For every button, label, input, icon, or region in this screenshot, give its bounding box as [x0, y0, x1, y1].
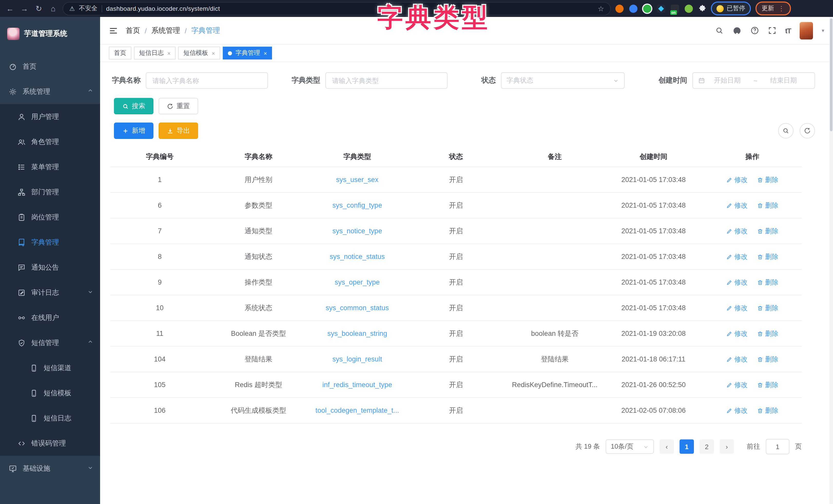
date-range-picker[interactable]: 开始日期 ~ 结束日期 — [692, 72, 815, 89]
prev-page-button[interactable]: ‹ — [660, 439, 674, 454]
reload-icon[interactable]: ↻ — [34, 4, 44, 13]
row-type[interactable]: tool_codegen_template_t... — [308, 398, 407, 423]
extension-green-check[interactable] — [643, 4, 651, 12]
browser-menu-icon[interactable]: ⋮ — [778, 5, 785, 12]
sidebar-item-dict-management[interactable]: 字典管理 — [0, 230, 100, 255]
delete-link[interactable]: 删除 — [757, 201, 779, 210]
close-tab-icon[interactable]: × — [264, 50, 267, 56]
sidebar-item-sms-channel[interactable]: 短信渠道 — [0, 355, 100, 380]
user-avatar[interactable] — [800, 22, 813, 39]
sidebar-item-sms-template[interactable]: 短信模板 — [0, 380, 100, 406]
goto-page-input[interactable] — [766, 439, 789, 454]
sidebar-item-error-code[interactable]: 错误码管理 — [0, 431, 100, 456]
close-tab-icon[interactable]: × — [167, 50, 171, 56]
reset-button[interactable]: 重置 — [159, 98, 198, 114]
delete-link[interactable]: 删除 — [757, 175, 779, 184]
dict-name-input[interactable] — [146, 72, 268, 89]
page-size-select[interactable]: 10条/页 — [605, 439, 654, 454]
sidebar-item-user-management[interactable]: 用户管理 — [0, 104, 100, 129]
extension-orange[interactable] — [615, 4, 624, 12]
row-type[interactable]: sys_common_status — [308, 295, 407, 321]
sidebar-item-audit-log[interactable]: 审计日志 — [0, 280, 100, 305]
edit-link[interactable]: 修改 — [726, 355, 748, 364]
delete-link[interactable]: 删除 — [757, 380, 779, 389]
extension-lime[interactable] — [685, 4, 693, 12]
edit-link[interactable]: 修改 — [726, 329, 748, 338]
extension-blue-gem[interactable] — [629, 4, 638, 12]
update-button[interactable]: 更新 ⋮ — [756, 2, 791, 16]
search-button[interactable]: 搜索 — [114, 98, 153, 114]
row-type[interactable]: sys_config_type — [308, 193, 407, 218]
address-bar[interactable]: ⚠ 不安全 dashboard.yudao.iocoder.cn/system/… — [63, 2, 611, 15]
breadcrumb-home[interactable]: 首页 — [126, 26, 140, 35]
row-type[interactable]: sys_login_result — [308, 346, 407, 372]
delete-link[interactable]: 删除 — [757, 303, 779, 312]
export-button[interactable]: 导出 — [159, 123, 198, 139]
extension-dark-on[interactable]: on — [671, 4, 679, 12]
status-select[interactable]: 字典状态 — [501, 72, 625, 89]
forward-icon[interactable]: → — [20, 4, 29, 13]
tab-短信模板[interactable]: 短信模板× — [178, 47, 220, 59]
avatar-dropdown-caret-icon[interactable]: ▾ — [822, 28, 824, 33]
edit-link[interactable]: 修改 — [726, 175, 748, 184]
font-size-icon[interactable]: tT — [785, 26, 791, 34]
table-refresh-icon[interactable] — [800, 123, 815, 138]
scrollbar-thumb[interactable] — [830, 19, 832, 131]
delete-link[interactable]: 删除 — [757, 278, 779, 287]
tab-短信日志[interactable]: 短信日志× — [134, 47, 176, 59]
sidebar-item-post-management[interactable]: 岗位管理 — [0, 205, 100, 230]
extension-puzzle[interactable] — [698, 5, 706, 12]
edit-link[interactable]: 修改 — [726, 380, 748, 389]
sidebar-item-notice[interactable]: 通知公告 — [0, 255, 100, 280]
hamburger-icon[interactable] — [109, 26, 118, 35]
logo-row[interactable]: 芋道管理系统 — [0, 17, 100, 46]
row-type[interactable]: sys_user_sex — [308, 167, 407, 193]
page-button-2[interactable]: 2 — [699, 439, 714, 454]
paused-extension-button[interactable]: 已暂停 — [711, 2, 751, 16]
close-tab-icon[interactable]: × — [212, 50, 215, 56]
delete-link[interactable]: 删除 — [757, 252, 779, 261]
breadcrumb-current[interactable]: 字典管理 — [191, 26, 220, 35]
breadcrumb-system[interactable]: 系统管理 — [151, 26, 180, 35]
sidebar-item-online-user[interactable]: 在线用户 — [0, 305, 100, 330]
edit-link[interactable]: 修改 — [726, 303, 748, 312]
delete-link[interactable]: 删除 — [757, 406, 779, 415]
fullscreen-icon[interactable] — [768, 26, 777, 35]
next-page-button[interactable]: › — [719, 439, 734, 454]
help-icon[interactable] — [751, 26, 759, 35]
sidebar-item-infrastructure[interactable]: 基础设施 — [0, 456, 100, 481]
dict-type-input[interactable] — [326, 72, 448, 89]
edit-link[interactable]: 修改 — [726, 226, 748, 235]
table-search-toggle-icon[interactable] — [778, 123, 793, 138]
sidebar-item-system-management[interactable]: 系统管理 — [0, 79, 100, 104]
sidebar-item-role-management[interactable]: 角色管理 — [0, 129, 100, 154]
delete-link[interactable]: 删除 — [757, 226, 779, 235]
sidebar-item-home[interactable]: 首页 — [0, 54, 100, 79]
edit-link[interactable]: 修改 — [726, 278, 748, 287]
sidebar-item-dept-management[interactable]: 部门管理 — [0, 179, 100, 205]
edit-link[interactable]: 修改 — [726, 201, 748, 210]
row-type[interactable]: sys_oper_type — [308, 270, 407, 295]
home-icon[interactable]: ⌂ — [48, 4, 58, 13]
row-type[interactable]: sys_boolean_string — [308, 321, 407, 346]
tab-字典管理[interactable]: 字典管理× — [223, 47, 272, 59]
back-icon[interactable]: ← — [5, 4, 15, 13]
extension-teal-diamond[interactable] — [657, 4, 665, 12]
row-type[interactable]: sys_notice_status — [308, 244, 407, 270]
tab-home[interactable]: 首页 — [109, 47, 132, 59]
sidebar-item-sms-management[interactable]: 短信管理 — [0, 330, 100, 355]
sidebar-item-menu-management[interactable]: 菜单管理 — [0, 154, 100, 179]
search-icon[interactable] — [715, 26, 724, 35]
scrollbar[interactable] — [829, 17, 833, 504]
edit-link[interactable]: 修改 — [726, 252, 748, 261]
page-button-1[interactable]: 1 — [680, 439, 694, 454]
row-type[interactable]: sys_notice_type — [308, 218, 407, 244]
delete-link[interactable]: 删除 — [757, 329, 779, 338]
delete-link[interactable]: 删除 — [757, 355, 779, 364]
row-type[interactable]: inf_redis_timeout_type — [308, 372, 407, 398]
edit-link[interactable]: 修改 — [726, 406, 748, 415]
github-icon[interactable] — [732, 26, 742, 35]
sidebar-item-sms-log[interactable]: 短信日志 — [0, 406, 100, 431]
add-button[interactable]: 新增 — [114, 123, 153, 139]
bookmark-star-icon[interactable]: ☆ — [598, 4, 604, 12]
